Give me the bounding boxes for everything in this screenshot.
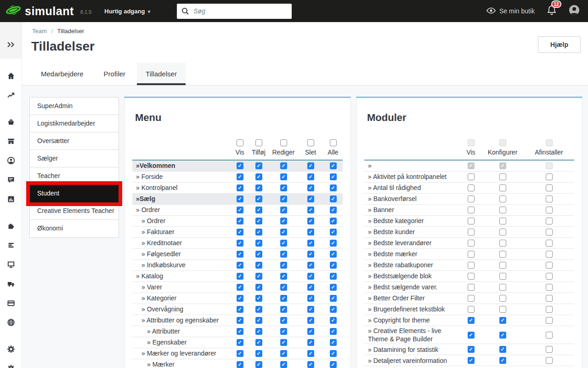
checkbox-vis[interactable]: ✓ (237, 207, 243, 213)
checkbox-konfigurer[interactable] (499, 306, 506, 313)
checkbox-rediger[interactable]: ✓ (280, 350, 287, 357)
checkbox-slet[interactable]: ✓ (307, 350, 314, 357)
checkbox-slet[interactable]: ✓ (307, 229, 314, 236)
checkbox-vis[interactable] (468, 306, 475, 313)
checkbox-alle[interactable]: ✓ (330, 273, 337, 280)
checkbox-rediger[interactable]: ✓ (280, 273, 287, 280)
checkbox-afinstaller[interactable] (546, 295, 553, 302)
checkbox-tilf-j-all[interactable] (255, 139, 262, 146)
storefront-icon[interactable] (0, 134, 22, 148)
checkbox-konfigurer[interactable]: ✓ (499, 332, 506, 339)
checkbox-slet[interactable]: ✓ (307, 240, 314, 247)
checkbox-vis[interactable] (468, 196, 475, 202)
checkbox-afinstaller[interactable] (546, 306, 553, 313)
checkbox-slet[interactable]: ✓ (307, 284, 314, 291)
checkbox-konfigurer[interactable] (499, 207, 506, 213)
checkbox-vis[interactable]: ✓ (468, 357, 475, 364)
checkbox-alle[interactable]: ✓ (330, 184, 337, 191)
chat-icon[interactable] (0, 173, 22, 187)
checkbox-afinstaller[interactable] (546, 332, 553, 339)
checkbox-rediger[interactable]: ✓ (280, 262, 287, 269)
checkbox-rediger[interactable]: ✓ (280, 328, 287, 335)
checkbox-slet[interactable]: ✓ (307, 207, 314, 213)
tab-tilladelser[interactable]: Tilladelser (137, 63, 186, 85)
list-icon[interactable] (0, 238, 22, 252)
checkbox-vis[interactable]: ✓ (237, 240, 243, 247)
checkbox-tilf-j[interactable]: ✓ (255, 196, 262, 202)
checkbox-tilf-j[interactable]: ✓ (255, 229, 262, 236)
checkbox-rediger[interactable]: ✓ (280, 361, 287, 368)
checkbox-konfigurer[interactable] (499, 273, 506, 280)
checkbox-alle[interactable]: ✓ (330, 295, 337, 302)
tab-profiler[interactable]: Profiler (95, 63, 135, 85)
sidebar-expand-button[interactable] (0, 22, 22, 59)
checkbox-vis[interactable] (468, 262, 475, 269)
checkbox-rediger[interactable]: ✓ (280, 240, 287, 247)
checkbox-vis[interactable] (468, 229, 475, 236)
credit-card-icon[interactable] (0, 296, 22, 310)
checkbox-afinstaller[interactable] (546, 273, 553, 280)
checkbox-vis[interactable]: ✓ (237, 317, 243, 324)
person-icon[interactable] (0, 154, 22, 167)
checkbox-rediger[interactable]: ✓ (280, 306, 287, 313)
checkbox-slet[interactable]: ✓ (307, 306, 314, 313)
checkbox-afinstaller[interactable] (546, 184, 553, 191)
tab-medarbejdere[interactable]: Medarbejdere (32, 63, 92, 85)
checkbox-slet[interactable]: ✓ (307, 196, 314, 202)
checkbox-afinstaller[interactable] (546, 317, 553, 324)
puzzle-icon[interactable] (0, 219, 22, 233)
checkbox-rediger[interactable]: ✓ (280, 162, 287, 169)
checkbox-slet-all[interactable] (307, 139, 314, 146)
checkbox-tilf-j[interactable]: ✓ (255, 173, 262, 180)
checkbox-konfigurer[interactable] (499, 284, 506, 291)
checkbox-alle[interactable]: ✓ (330, 317, 337, 324)
checkbox-vis[interactable]: ✓ (468, 346, 475, 353)
checkbox-alle[interactable]: ✓ (330, 306, 337, 313)
profile-item-konomi[interactable]: Økonomi (30, 220, 119, 237)
checkbox-rediger[interactable]: ✓ (280, 251, 287, 258)
checkbox-tilf-j[interactable]: ✓ (255, 350, 262, 357)
checkbox-tilf-j[interactable]: ✓ (255, 251, 262, 258)
checkbox-afinstaller[interactable] (546, 251, 553, 258)
checkbox-afinstaller[interactable] (546, 218, 553, 224)
checkbox-slet[interactable]: ✓ (307, 295, 314, 302)
view-shop-link[interactable]: Se min butik (486, 7, 535, 15)
checkbox-afinstaller[interactable] (546, 357, 553, 364)
checkbox-afinstaller[interactable] (546, 229, 553, 236)
checkbox-slet[interactable]: ✓ (307, 218, 314, 224)
checkbox-vis[interactable]: ✓ (237, 184, 243, 191)
breadcrumb-parent[interactable]: Team (32, 28, 47, 34)
checkbox-konfigurer[interactable]: ✓ (499, 346, 506, 353)
checkbox-tilf-j[interactable]: ✓ (255, 339, 262, 346)
checkbox-tilf-j[interactable]: ✓ (255, 184, 262, 191)
checkbox-slet[interactable]: ✓ (307, 339, 314, 346)
checkbox-vis[interactable]: ✓ (237, 284, 243, 291)
basket-icon[interactable] (0, 115, 22, 129)
checkbox-vis[interactable] (468, 295, 475, 302)
checkbox-tilf-j[interactable]: ✓ (255, 306, 262, 313)
checkbox-tilf-j[interactable]: ✓ (255, 361, 262, 368)
checkbox-rediger[interactable]: ✓ (280, 196, 287, 202)
search-input[interactable] (177, 4, 292, 19)
checkbox-afinstaller[interactable] (546, 196, 553, 202)
checkbox-alle[interactable]: ✓ (330, 240, 337, 247)
home-icon[interactable] (0, 69, 22, 83)
checkbox-afinstaller[interactable] (546, 346, 553, 353)
checkbox-slet[interactable]: ✓ (307, 173, 314, 180)
checkbox-tilf-j[interactable]: ✓ (255, 273, 262, 280)
checkbox-rediger[interactable]: ✓ (280, 207, 287, 213)
checkbox-vis[interactable]: ✓ (237, 229, 243, 236)
checkbox-vis[interactable]: ✓ (237, 361, 243, 368)
checkbox-tilf-j[interactable]: ✓ (255, 218, 262, 224)
checkbox-slet[interactable]: ✓ (307, 273, 314, 280)
checkbox-vis[interactable] (468, 218, 475, 224)
profile-item-teacher[interactable]: Teacher (30, 167, 119, 185)
checkbox-alle[interactable]: ✓ (330, 361, 337, 368)
checkbox-konfigurer[interactable] (499, 173, 506, 180)
checkbox-konfigurer[interactable] (499, 196, 506, 202)
checkbox-vis[interactable] (468, 284, 475, 291)
notifications-button[interactable]: 12 (547, 5, 557, 17)
checkbox-slet[interactable]: ✓ (307, 262, 314, 269)
checkbox-afinstaller[interactable] (546, 262, 553, 269)
checkbox-alle-all[interactable] (330, 139, 337, 146)
